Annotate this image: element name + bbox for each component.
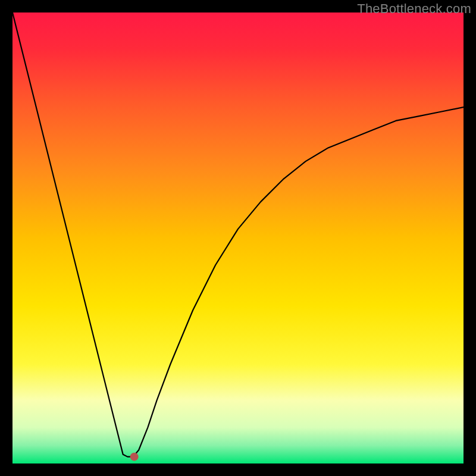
chart-svg — [12, 12, 464, 464]
minimum-marker — [130, 453, 139, 461]
gradient-background — [12, 12, 464, 464]
chart-frame: TheBottleneck.com — [0, 0, 476, 476]
plot-area — [12, 12, 464, 464]
watermark-text: TheBottleneck.com — [357, 1, 471, 17]
